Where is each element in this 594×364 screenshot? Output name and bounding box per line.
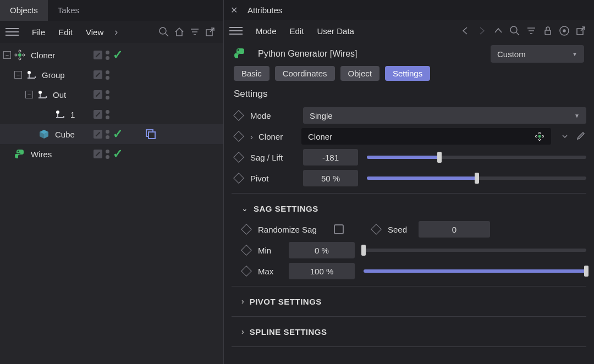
menu-mode[interactable]: Mode [249,26,283,36]
phong-tag-icon[interactable] [146,129,156,139]
visibility-dots[interactable] [106,90,109,100]
object-name[interactable]: Wires [31,150,52,159]
keyframe-diamond-icon[interactable] [233,131,244,142]
visibility-dots[interactable] [106,110,109,119]
nav-up-icon[interactable] [491,23,506,38]
cloner-link-field[interactable]: Cloner [301,128,551,145]
max-input[interactable]: 100 % [289,263,355,279]
nav-forward-icon[interactable] [474,23,490,38]
min-slider[interactable] [364,242,586,258]
keyframe-diamond-icon[interactable] [233,110,244,121]
svg-point-0 [160,27,166,34]
visibility-dots[interactable] [106,51,109,60]
expander-icon[interactable]: − [14,71,22,79]
layout-dropdown[interactable]: Custom ▼ [491,45,584,63]
null-object-icon [35,88,48,101]
visibility-dots[interactable] [106,150,109,159]
randomize-checkbox[interactable] [334,224,344,234]
hamburger-icon[interactable] [6,25,19,38]
group-spline-settings[interactable]: › SPLINE SETTINGS [232,321,586,342]
keyframe-diamond-icon[interactable] [233,152,244,163]
menu-edit[interactable]: Edit [52,27,79,37]
tab-settings[interactable]: Settings [385,66,430,81]
eyedropper-icon[interactable] [574,130,586,142]
param-label: Min [258,246,284,255]
expander-icon[interactable]: − [3,51,11,59]
sag-input[interactable]: -181 [303,149,358,166]
filter-icon[interactable] [187,24,202,40]
tree-item-1[interactable]: 1 [0,104,223,124]
svg-point-6 [18,53,21,57]
tab-objects[interactable]: Objects [0,0,48,21]
tab-coordinates[interactable]: Coordinates [275,66,335,81]
visibility-dots[interactable] [106,130,109,139]
keyframe-diamond-icon[interactable] [241,245,252,256]
home-icon[interactable] [172,24,187,40]
target-icon[interactable] [557,23,572,38]
popout-icon[interactable] [202,24,218,40]
keyframe-diamond-icon[interactable] [233,173,244,184]
menu-view[interactable]: View [79,27,110,37]
close-icon[interactable]: ✕ [230,5,238,15]
tab-basic[interactable]: Basic [234,66,270,81]
hamburger-icon[interactable] [229,24,243,37]
tree-item-cloner[interactable]: − Cloner ✓ [0,45,223,65]
check-icon[interactable]: ✓ [113,127,123,141]
menu-overflow-chevron-icon[interactable]: › [110,26,122,38]
menu-userdata[interactable]: User Data [310,26,361,36]
sag-slider[interactable] [367,149,586,166]
pivot-input[interactable]: 50 % [303,170,358,186]
expander-icon[interactable]: − [25,91,33,98]
max-slider[interactable] [364,263,586,279]
pivot-slider[interactable] [367,170,586,186]
param-list: Mode Single ▼ › Cloner Cloner Sag [224,105,594,351]
mode-dropdown[interactable]: Single ▼ [303,107,586,124]
object-name[interactable]: Cube [55,130,75,139]
svg-rect-22 [545,30,551,35]
menu-edit[interactable]: Edit [283,26,311,36]
keyframe-diamond-icon[interactable] [371,224,382,235]
keyframe-diamond-icon[interactable] [241,224,252,235]
object-name[interactable]: 1 [70,110,75,119]
seed-input[interactable]: 0 [419,221,490,238]
group-pivot-settings[interactable]: › PIVOT SETTINGS [232,291,586,312]
lock-icon[interactable] [540,23,556,38]
tree-item-cube[interactable]: Cube ✓ [0,124,223,144]
nav-back-icon[interactable] [458,23,473,38]
tree-item-group[interactable]: − Group [0,65,223,85]
popout-icon[interactable] [573,23,588,38]
link-menu-icon[interactable] [559,130,571,142]
layer-toggle[interactable] [94,150,102,158]
min-input[interactable]: 0 % [289,242,355,258]
object-name[interactable]: Group [42,70,65,80]
layer-toggle[interactable] [94,70,102,79]
search-icon[interactable] [156,24,172,40]
chevron-down-icon: ⌄ [241,204,248,213]
svg-line-18 [516,32,519,35]
check-icon[interactable]: ✓ [113,48,123,62]
section-title: Settings [224,85,594,105]
param-label: Sag / Lift [250,153,299,162]
keyframe-diamond-icon[interactable] [241,266,252,277]
object-header: Python Generator [Wires] Custom ▼ [224,42,594,66]
tab-takes[interactable]: Takes [48,0,89,21]
search-icon[interactable] [507,23,522,38]
filter-icon[interactable] [524,23,539,38]
chevron-right-icon[interactable]: › [250,132,253,141]
tree-item-wires[interactable]: Wires ✓ [0,144,223,164]
layer-toggle[interactable] [94,90,102,99]
group-sag-settings[interactable]: ⌄ SAG SETTINGS [232,198,586,219]
layer-toggle[interactable] [94,51,102,59]
layer-toggle[interactable] [94,130,102,139]
tree-item-out[interactable]: − Out [0,85,223,104]
object-name[interactable]: Out [53,90,66,100]
layer-toggle[interactable] [94,110,102,119]
param-sag: Sag / Lift -181 [232,147,586,168]
object-title: Python Generator [Wires] [258,49,358,59]
attributes-menubar: Mode Edit User Data [224,20,594,42]
object-name[interactable]: Cloner [31,51,55,60]
visibility-dots[interactable] [106,70,109,80]
menu-file[interactable]: File [25,27,52,37]
tab-object[interactable]: Object [340,66,380,81]
check-icon[interactable]: ✓ [113,147,123,161]
